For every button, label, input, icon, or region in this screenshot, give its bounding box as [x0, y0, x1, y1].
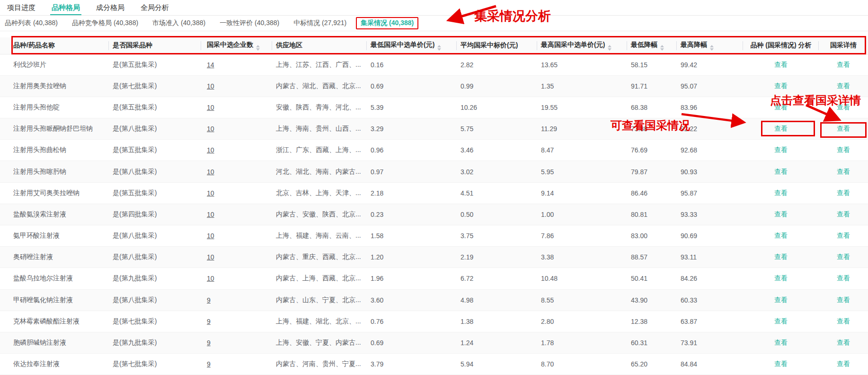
sub-tab-4[interactable]: 中标情况 (27,921) — [289, 17, 351, 29]
cell-analysis: 查看 — [743, 182, 819, 204]
main-tab-1[interactable]: 品种格局 — [50, 0, 81, 15]
detail-view-link[interactable]: 查看 — [837, 296, 850, 304]
table-row: 利伐沙班片是(第五批集采)14上海、江苏、江西、广西、...0.162.8213… — [0, 54, 868, 75]
analysis-view-link[interactable]: 查看 — [774, 61, 788, 68]
analysis-view-link[interactable]: 查看 — [774, 82, 788, 89]
company-count-link[interactable]: 10 — [207, 189, 214, 197]
analysis-view-link[interactable]: 查看 — [774, 339, 788, 346]
analysis-view-link[interactable]: 查看 — [774, 125, 788, 132]
analysis-view-link[interactable]: 查看 — [774, 146, 788, 153]
column-header-drug-name: 品种/药品名称 — [0, 37, 109, 54]
detail-view-link[interactable]: 查看 — [837, 253, 850, 260]
analysis-view-link[interactable]: 查看 — [774, 168, 788, 175]
table-row: 注射用头孢曲松钠是(第五批集采)10浙江、广东、西藏、上海、...0.963.4… — [0, 140, 868, 161]
cell-detail: 查看 — [819, 354, 868, 375]
detail-view-link[interactable]: 查看 — [837, 360, 850, 367]
cell-company-count: 10 — [201, 161, 272, 182]
company-count-link[interactable]: 10 — [207, 104, 214, 111]
detail-view-link[interactable]: 查看 — [837, 210, 850, 218]
analysis-view-link[interactable]: 查看 — [774, 360, 788, 367]
company-count-link[interactable]: 10 — [207, 125, 214, 133]
sub-tab-5[interactable]: 集采情况 (40,388) — [356, 17, 418, 29]
column-label: 最低降幅 — [631, 41, 657, 48]
column-label: 平均国采中标价(元) — [461, 41, 518, 49]
detail-view-link[interactable]: 查看 — [837, 125, 850, 132]
cell-drug-name: 克林霉素磷酸酯注射液 — [0, 311, 109, 332]
cell-min-cut: 83.00 — [627, 225, 677, 247]
detail-view-link[interactable]: 查看 — [837, 168, 850, 175]
company-count-link[interactable]: 10 — [207, 232, 214, 240]
detail-view-link[interactable]: 查看 — [837, 274, 850, 282]
table-row: 注射用头孢哌酮钠舒巴坦钠是(第八批集采)10上海、海南、贵州、山西、...3.2… — [0, 118, 868, 140]
analysis-view-link[interactable]: 查看 — [774, 253, 788, 260]
sort-icon[interactable] — [256, 45, 260, 51]
cell-max-cut: 99.42 — [677, 54, 743, 75]
company-count-link[interactable]: 10 — [207, 275, 214, 282]
analysis-view-link[interactable]: 查看 — [774, 232, 788, 239]
cell-min-cut: 79.87 — [627, 161, 677, 182]
company-count-link[interactable]: 10 — [207, 146, 214, 154]
sort-icon[interactable] — [710, 45, 714, 51]
sub-tab-1[interactable]: 品种竞争格局 (40,388) — [67, 17, 143, 29]
company-count-link[interactable]: 10 — [207, 253, 214, 261]
cell-min-cut: 86.46 — [627, 182, 677, 204]
cell-min-price: 0.69 — [367, 75, 457, 97]
company-count-link[interactable]: 9 — [207, 360, 211, 368]
analysis-view-link[interactable]: 查看 — [774, 210, 788, 218]
sub-tab-3[interactable]: 一致性评价 (40,388) — [215, 17, 284, 29]
cell-max-price: 1.00 — [537, 204, 627, 225]
cell-detail: 查看 — [819, 140, 868, 161]
main-tab-3[interactable]: 全局分析 — [139, 0, 170, 15]
analysis-view-link[interactable]: 查看 — [774, 296, 788, 304]
analysis-view-link[interactable]: 查看 — [774, 189, 788, 196]
detail-view-link[interactable]: 查看 — [837, 339, 850, 346]
detail-view-link[interactable]: 查看 — [837, 82, 850, 89]
main-tab-0[interactable]: 项目进度 — [6, 0, 37, 15]
cell-min-cut: 60.31 — [627, 332, 677, 353]
cell-supply-regions: 安徽、陕西、青海、河北、... — [272, 97, 367, 118]
cell-max-price: 19.55 — [537, 97, 627, 118]
analysis-view-link[interactable]: 查看 — [774, 317, 788, 325]
analysis-view-link[interactable]: 查看 — [774, 274, 788, 282]
cell-analysis: 查看 — [743, 75, 819, 97]
cell-max-cut: 92.68 — [677, 140, 743, 161]
detail-view-link[interactable]: 查看 — [837, 232, 850, 239]
company-count-link[interactable]: 10 — [207, 168, 214, 176]
company-count-link[interactable]: 10 — [207, 82, 214, 90]
sort-icon[interactable] — [437, 45, 441, 51]
sort-icon[interactable] — [660, 45, 664, 51]
company-count-link[interactable]: 14 — [207, 61, 214, 69]
detail-view-link[interactable]: 查看 — [837, 189, 850, 196]
cell-is-national-procurement: 是(第九批集采) — [109, 332, 201, 353]
detail-view-link[interactable]: 查看 — [837, 317, 850, 325]
cell-supply-regions: 内蒙古、山东、宁夏、北京... — [272, 289, 367, 311]
sub-tab-2[interactable]: 市场准入 (40,388) — [148, 17, 210, 29]
cell-max-cut: 63.87 — [677, 311, 743, 332]
company-count-link[interactable]: 9 — [207, 339, 211, 347]
cell-detail: 查看 — [819, 247, 868, 268]
cell-min-price: 1.20 — [367, 247, 457, 268]
detail-view-link[interactable]: 查看 — [837, 61, 850, 68]
cell-drug-name: 依达拉奉注射液 — [0, 354, 109, 375]
sort-icon[interactable] — [608, 45, 611, 51]
cell-max-price: 8.55 — [537, 289, 627, 311]
column-header-detail: 国采详情 — [819, 37, 868, 54]
detail-view-link[interactable]: 查看 — [837, 146, 850, 153]
company-count-link[interactable]: 10 — [207, 211, 214, 218]
table-row: 注射用艾司奥美拉唑钠是(第五批集采)10北京、吉林、上海、天津、...2.184… — [0, 182, 868, 204]
detail-view-link[interactable]: 查看 — [837, 103, 850, 111]
cell-supply-regions: 内蒙古、上海、西藏、北京... — [272, 268, 367, 289]
table-row: 注射用头孢噻肟钠是(第八批集采)10河北、湖北、海南、内蒙古...0.973.0… — [0, 161, 868, 182]
cell-min-cut: 65.20 — [627, 354, 677, 375]
main-tab-2[interactable]: 成分格局 — [95, 0, 126, 15]
sub-tab-0[interactable]: 品种列表 (40,388) — [0, 17, 62, 29]
cell-is-national-procurement: 是(第五批集采) — [109, 97, 201, 118]
cell-analysis: 查看 — [743, 247, 819, 268]
cell-detail: 查看 — [819, 268, 868, 289]
cell-avg-price: 3.75 — [457, 225, 537, 247]
analysis-view-link[interactable]: 查看 — [774, 103, 788, 111]
company-count-link[interactable]: 9 — [207, 296, 211, 304]
cell-company-count: 10 — [201, 225, 272, 247]
company-count-link[interactable]: 9 — [207, 318, 211, 325]
caret-up-icon — [437, 45, 441, 47]
